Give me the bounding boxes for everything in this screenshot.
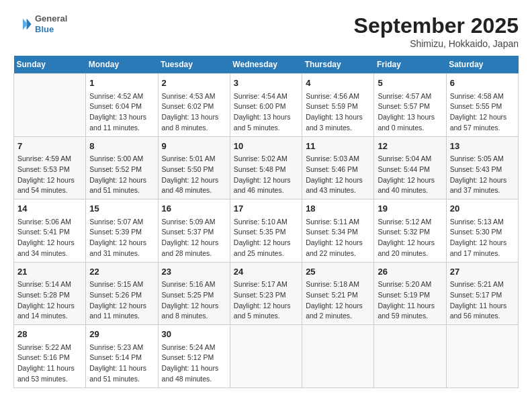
calendar-cell: [374, 325, 446, 388]
day-number: 5: [378, 77, 442, 90]
calendar-cell: 9Sunrise: 5:01 AM Sunset: 5:50 PM Daylig…: [158, 136, 230, 199]
calendar-cell: 22Sunrise: 5:15 AM Sunset: 5:26 PM Dayli…: [86, 262, 158, 325]
day-number: 21: [17, 265, 82, 279]
calendar-cell: 16Sunrise: 5:09 AM Sunset: 5:37 PM Dayli…: [158, 199, 230, 263]
calendar-cell: 14Sunrise: 5:06 AM Sunset: 5:41 PM Dayli…: [14, 199, 86, 263]
location: Shimizu, Hokkaido, Japan: [354, 38, 519, 49]
calendar-cell: 18Sunrise: 5:11 AM Sunset: 5:34 PM Dayli…: [302, 199, 374, 263]
day-info: Sunrise: 5:15 AM Sunset: 5:26 PM Dayligh…: [89, 279, 154, 322]
day-info: Sunrise: 5:00 AM Sunset: 5:52 PM Dayligh…: [89, 154, 154, 196]
day-info: Sunrise: 5:24 AM Sunset: 5:12 PM Dayligh…: [162, 342, 226, 385]
calendar-cell: 27Sunrise: 5:21 AM Sunset: 5:17 PM Dayli…: [446, 262, 518, 325]
calendar-cell: [230, 325, 302, 388]
day-info: Sunrise: 5:09 AM Sunset: 5:37 PM Dayligh…: [162, 217, 226, 259]
title-block: September 2025 Shimizu, Hokkaido, Japan: [354, 13, 519, 49]
day-number: 11: [306, 140, 370, 153]
day-info: Sunrise: 5:05 AM Sunset: 5:43 PM Dayligh…: [450, 154, 515, 196]
day-info: Sunrise: 5:22 AM Sunset: 5:16 PM Dayligh…: [17, 342, 82, 385]
day-info: Sunrise: 5:07 AM Sunset: 5:39 PM Dayligh…: [89, 217, 154, 259]
month-year: September 2025: [354, 13, 519, 38]
logo: General Blue: [13, 13, 67, 34]
day-number: 8: [89, 140, 154, 153]
day-number: 24: [234, 265, 298, 279]
calendar-cell: 3Sunrise: 4:54 AM Sunset: 6:00 PM Daylig…: [230, 74, 302, 137]
day-info: Sunrise: 5:14 AM Sunset: 5:28 PM Dayligh…: [17, 279, 82, 322]
calendar-cell: 15Sunrise: 5:07 AM Sunset: 5:39 PM Dayli…: [86, 199, 158, 263]
calendar-cell: 24Sunrise: 5:17 AM Sunset: 5:23 PM Dayli…: [230, 262, 302, 325]
day-info: Sunrise: 5:21 AM Sunset: 5:17 PM Dayligh…: [450, 279, 515, 322]
day-number: 10: [234, 140, 298, 153]
day-info: Sunrise: 5:10 AM Sunset: 5:35 PM Dayligh…: [234, 217, 298, 259]
day-number: 12: [378, 140, 442, 153]
day-number: 4: [306, 77, 370, 90]
day-number: 20: [450, 202, 515, 216]
calendar-cell: 30Sunrise: 5:24 AM Sunset: 5:12 PM Dayli…: [158, 325, 230, 388]
calendar-header-row: SundayMondayTuesdayWednesdayThursdayFrid…: [14, 56, 519, 74]
calendar-cell: 10Sunrise: 5:02 AM Sunset: 5:48 PM Dayli…: [230, 136, 302, 199]
day-info: Sunrise: 5:06 AM Sunset: 5:41 PM Dayligh…: [17, 217, 82, 259]
day-info: Sunrise: 4:57 AM Sunset: 5:57 PM Dayligh…: [378, 91, 442, 134]
day-of-week-header: Sunday: [14, 56, 86, 74]
day-info: Sunrise: 5:02 AM Sunset: 5:48 PM Dayligh…: [234, 154, 298, 196]
day-of-week-header: Thursday: [302, 56, 374, 74]
calendar-cell: [302, 325, 374, 388]
day-number: 3: [234, 77, 298, 90]
day-number: 18: [306, 202, 370, 216]
day-info: Sunrise: 4:58 AM Sunset: 5:55 PM Dayligh…: [450, 91, 515, 134]
day-info: Sunrise: 5:11 AM Sunset: 5:34 PM Dayligh…: [306, 217, 370, 259]
calendar-cell: 11Sunrise: 5:03 AM Sunset: 5:46 PM Dayli…: [302, 136, 374, 199]
calendar-cell: 23Sunrise: 5:16 AM Sunset: 5:25 PM Dayli…: [158, 262, 230, 325]
day-number: 7: [17, 140, 82, 153]
logo-icon: [13, 15, 32, 34]
day-of-week-header: Wednesday: [230, 56, 302, 74]
day-info: Sunrise: 5:01 AM Sunset: 5:50 PM Dayligh…: [162, 154, 226, 196]
logo-line1: General: [35, 13, 67, 24]
calendar-cell: 7Sunrise: 4:59 AM Sunset: 5:53 PM Daylig…: [14, 136, 86, 199]
calendar-cell: 5Sunrise: 4:57 AM Sunset: 5:57 PM Daylig…: [374, 74, 446, 137]
day-number: 17: [234, 202, 298, 216]
day-info: Sunrise: 4:56 AM Sunset: 5:59 PM Dayligh…: [306, 91, 370, 134]
day-number: 15: [89, 202, 154, 216]
day-number: 22: [89, 265, 154, 279]
calendar-week-row: 21Sunrise: 5:14 AM Sunset: 5:28 PM Dayli…: [14, 262, 519, 325]
day-number: 9: [162, 140, 226, 153]
day-of-week-header: Monday: [86, 56, 158, 74]
day-info: Sunrise: 5:03 AM Sunset: 5:46 PM Dayligh…: [306, 154, 370, 196]
day-number: 1: [89, 77, 154, 90]
calendar-cell: [446, 325, 518, 388]
calendar-cell: 29Sunrise: 5:23 AM Sunset: 5:14 PM Dayli…: [86, 325, 158, 388]
day-info: Sunrise: 5:16 AM Sunset: 5:25 PM Dayligh…: [162, 279, 226, 322]
day-number: 28: [17, 328, 82, 341]
calendar-cell: 8Sunrise: 5:00 AM Sunset: 5:52 PM Daylig…: [86, 136, 158, 199]
calendar-week-row: 14Sunrise: 5:06 AM Sunset: 5:41 PM Dayli…: [14, 199, 519, 263]
day-info: Sunrise: 5:04 AM Sunset: 5:44 PM Dayligh…: [378, 154, 442, 196]
page-header: General Blue September 2025 Shimizu, Hok…: [13, 13, 519, 49]
day-info: Sunrise: 5:12 AM Sunset: 5:32 PM Dayligh…: [378, 217, 442, 259]
logo-line2: Blue: [35, 24, 67, 35]
day-number: 26: [378, 265, 442, 279]
calendar-cell: 12Sunrise: 5:04 AM Sunset: 5:44 PM Dayli…: [374, 136, 446, 199]
day-number: 2: [162, 77, 226, 90]
calendar-cell: 2Sunrise: 4:53 AM Sunset: 6:02 PM Daylig…: [158, 74, 230, 137]
calendar-week-row: 28Sunrise: 5:22 AM Sunset: 5:16 PM Dayli…: [14, 325, 519, 388]
calendar-cell: [14, 74, 86, 137]
day-number: 16: [162, 202, 226, 216]
day-info: Sunrise: 5:23 AM Sunset: 5:14 PM Dayligh…: [89, 342, 154, 385]
calendar-cell: 13Sunrise: 5:05 AM Sunset: 5:43 PM Dayli…: [446, 136, 518, 199]
calendar-cell: 1Sunrise: 4:52 AM Sunset: 6:04 PM Daylig…: [86, 74, 158, 137]
calendar-cell: 28Sunrise: 5:22 AM Sunset: 5:16 PM Dayli…: [14, 325, 86, 388]
calendar-cell: 17Sunrise: 5:10 AM Sunset: 5:35 PM Dayli…: [230, 199, 302, 263]
day-number: 29: [89, 328, 154, 341]
day-info: Sunrise: 4:53 AM Sunset: 6:02 PM Dayligh…: [162, 91, 226, 134]
calendar-cell: 26Sunrise: 5:20 AM Sunset: 5:19 PM Dayli…: [374, 262, 446, 325]
day-number: 27: [450, 265, 515, 279]
day-number: 13: [450, 140, 515, 153]
day-of-week-header: Friday: [374, 56, 446, 74]
calendar-cell: 6Sunrise: 4:58 AM Sunset: 5:55 PM Daylig…: [446, 74, 518, 137]
day-info: Sunrise: 5:13 AM Sunset: 5:30 PM Dayligh…: [450, 217, 515, 259]
calendar-week-row: 7Sunrise: 4:59 AM Sunset: 5:53 PM Daylig…: [14, 136, 519, 199]
day-number: 25: [306, 265, 370, 279]
day-info: Sunrise: 4:59 AM Sunset: 5:53 PM Dayligh…: [17, 154, 82, 196]
calendar-week-row: 1Sunrise: 4:52 AM Sunset: 6:04 PM Daylig…: [14, 74, 519, 137]
calendar-table: SundayMondayTuesdayWednesdayThursdayFrid…: [13, 56, 519, 388]
